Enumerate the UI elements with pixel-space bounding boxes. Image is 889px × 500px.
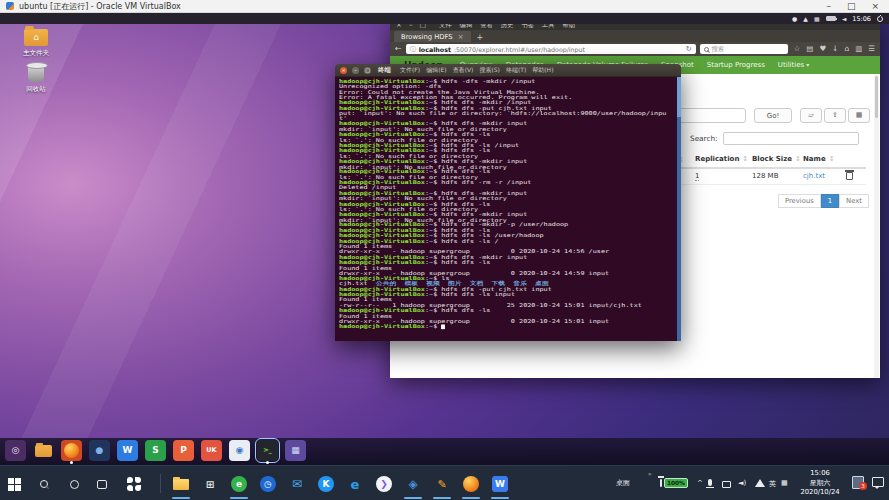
home-icon[interactable]: ⌂ <box>844 45 849 53</box>
tab-close-icon[interactable]: × <box>458 33 464 41</box>
new-tab-button[interactable]: + <box>477 34 484 42</box>
column-header-block-size[interactable]: Block Size↕ <box>752 155 801 163</box>
dock-item-workspace-switcher[interactable]: ▦ <box>285 440 306 463</box>
user-menu-icon[interactable]: ● <box>792 16 797 22</box>
menu-icon[interactable]: ☰ <box>868 45 875 53</box>
desktop-icon-trash[interactable]: 回收站 <box>12 65 60 94</box>
glyph: ◉ <box>236 446 244 455</box>
terminal-menu-5[interactable]: 帮助(H) <box>532 66 553 75</box>
taskbar-alarms-clock[interactable]: ◷ <box>255 472 281 496</box>
minimize-button[interactable]: – <box>826 2 831 11</box>
tray-battery[interactable]: 100% <box>660 478 688 488</box>
taskbar-edge[interactable]: e <box>342 472 368 496</box>
delete-file-icon[interactable] <box>846 172 853 180</box>
start-button[interactable] <box>2 474 26 494</box>
dock-item-wps-writer[interactable]: W <box>117 440 138 463</box>
sort-icon[interactable]: ↕ <box>742 155 748 163</box>
speaker-icon[interactable]: ◄) <box>738 479 746 487</box>
network-icon[interactable]: ▲ <box>803 16 808 22</box>
terminal-minimize-button[interactable]: – <box>352 67 359 74</box>
taskbar-virtualbox[interactable]: ◈ <box>400 472 426 496</box>
taskbar-mail[interactable]: ✉ <box>284 472 310 496</box>
go-button[interactable]: Go! <box>754 108 792 123</box>
taskbar-microsoft-store[interactable]: ⊞ <box>197 472 223 496</box>
ime-language-indicator[interactable]: 英 <box>769 479 776 489</box>
sidebar-icon[interactable]: ▥ <box>855 45 862 53</box>
tab-browsing-hdfs[interactable]: Browsing HDFS × <box>394 31 471 42</box>
dock-item-files[interactable] <box>33 440 54 463</box>
hadoop-nav-utilities[interactable]: Utilities▾ <box>778 61 809 69</box>
dock-item-wps-spreadsheet[interactable]: S <box>145 440 166 463</box>
panel-clock[interactable]: 15:06 <box>852 15 871 23</box>
task-view-icon[interactable] <box>90 474 114 494</box>
dock-item-wps-presentation[interactable]: P <box>173 440 194 463</box>
dock-item-kylin-video[interactable]: ◉ <box>229 440 250 463</box>
sort-icon[interactable]: ↕ <box>795 155 801 163</box>
desktop-icon-home[interactable]: ⌂ 主文件夹 <box>12 29 60 58</box>
taskbar-firefox-pin[interactable] <box>458 472 484 496</box>
terminal-menu-0[interactable]: 文件(F) <box>400 66 420 75</box>
terminal-body[interactable]: hadoop@cjh-VirtualBox:~$ hdfs -dfs -mkdi… <box>335 77 681 341</box>
taskbar-search-icon[interactable] <box>32 474 56 494</box>
close-button[interactable]: × <box>871 2 879 11</box>
action-center-icon[interactable] <box>872 477 884 487</box>
terminal-menu-3[interactable]: 搜索(S) <box>479 66 500 75</box>
reload-icon[interactable]: ↻ <box>686 45 692 53</box>
wifi-icon[interactable] <box>755 479 765 487</box>
taskbar-wps-office-pin[interactable]: W <box>487 472 513 496</box>
volume-icon[interactable]: ◄ <box>842 16 847 22</box>
previous-page-button[interactable]: Previous <box>778 194 821 208</box>
downloads-icon[interactable]: ↓ <box>832 45 838 53</box>
terminal-cursor <box>441 324 445 329</box>
terminal-menu-4[interactable]: 终端(T) <box>506 66 526 75</box>
terminal-menu-2[interactable]: 查看(V) <box>453 66 474 75</box>
toolbar-chevron-icon[interactable]: » <box>648 470 652 477</box>
taskbar-browser-360[interactable]: e <box>226 472 252 496</box>
taskbar-wps-pin[interactable]: ✎ <box>429 472 455 496</box>
terminal-close-button[interactable]: × <box>340 67 347 74</box>
browser-search-input[interactable]: 搜索 <box>700 44 788 54</box>
table-search-input[interactable] <box>723 132 859 145</box>
column-header-name[interactable]: Name↕ <box>803 155 835 163</box>
terminal-menu-1[interactable]: 编辑(E) <box>426 66 446 75</box>
bookmark-star-icon[interactable]: ☆ <box>794 45 801 53</box>
pocket-icon[interactable]: ♥ <box>819 45 826 53</box>
hidden-icons-chevron[interactable]: ^ <box>697 479 703 487</box>
microphone-icon[interactable] <box>708 479 712 486</box>
dock-item-software-center[interactable]: UK <box>201 440 222 463</box>
taskbar-kmplayer[interactable]: K <box>313 472 339 496</box>
terminal-maximize-button[interactable]: □ <box>364 67 371 74</box>
column-header-replication[interactable]: Replication↕ <box>695 155 748 163</box>
wps-writer-icon: W <box>117 440 138 461</box>
cut-paste-button[interactable]: ▦ <box>848 108 870 123</box>
terminal-scrollbar[interactable] <box>677 77 681 341</box>
taskbar-clock[interactable]: 15:06 星期六 2020/10/24 <box>792 469 848 498</box>
browser-scrollbar[interactable] <box>874 74 879 378</box>
touchpad-icon[interactable] <box>722 481 731 488</box>
desktop-toolbar-label[interactable]: 桌面 <box>616 478 630 488</box>
site-info-icon[interactable]: ⓘ <box>410 45 416 54</box>
file-link[interactable]: cjh.txt <box>803 172 825 180</box>
url-bar[interactable]: ⓘ localhost :50070/explorer.html#/user/h… <box>406 44 696 54</box>
keyboard-icon[interactable]: ▦ <box>814 16 820 22</box>
cortana-icon[interactable] <box>62 474 86 494</box>
create-directory-button[interactable]: ▱ <box>800 108 822 123</box>
taskbar-file-explorer[interactable] <box>168 472 194 496</box>
library-icon[interactable]: ▤ <box>806 45 813 53</box>
dock-item-firefox[interactable] <box>61 440 82 463</box>
hadoop-nav-startup-progress[interactable]: Startup Progress <box>707 61 765 69</box>
ime-grid-icon[interactable]: ▦ <box>781 479 788 487</box>
power-icon[interactable] <box>877 16 883 22</box>
taskbar-thunder[interactable]: ❯ <box>371 472 397 496</box>
dock-item-software-updater[interactable]: ● <box>89 440 110 463</box>
back-icon[interactable]: ← <box>395 45 402 53</box>
next-page-button[interactable]: Next <box>839 194 869 208</box>
upload-file-button[interactable]: ⇪ <box>824 108 846 123</box>
maximize-button[interactable]: □ <box>847 2 856 11</box>
battery-icon[interactable] <box>826 16 836 21</box>
page-1-button[interactable]: 1 <box>821 194 839 208</box>
pinwheel-app-icon[interactable] <box>122 474 146 494</box>
dock-item-terminal[interactable]: >_ <box>257 440 278 463</box>
sort-icon[interactable]: ↕ <box>829 155 835 163</box>
dock-item-show-apps[interactable]: ◎ <box>5 440 26 463</box>
